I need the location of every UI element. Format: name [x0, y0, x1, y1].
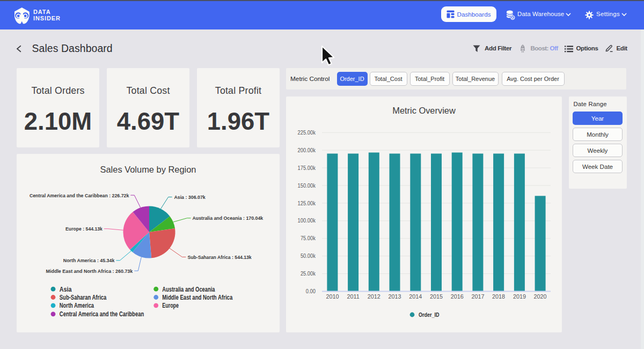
svg-text:2010: 2010 — [326, 293, 339, 300]
svg-text:2018: 2018 — [492, 293, 505, 300]
svg-text:Central America and the Caribb: Central America and the Caribbean — [60, 310, 144, 318]
svg-text:2011: 2011 — [347, 293, 359, 300]
svg-text:75.00k: 75.00k — [301, 235, 316, 241]
svg-text:Australia and Oceania : 170.04: Australia and Oceania : 170.04k — [193, 216, 264, 221]
svg-text:Central America and the Caribb: Central America and the Caribbean : 226.… — [30, 193, 129, 198]
svg-text:Asia : 306.07k: Asia : 306.07k — [174, 195, 206, 200]
svg-text:50.00k: 50.00k — [301, 253, 316, 259]
svg-text:2019: 2019 — [513, 293, 526, 300]
svg-text:2020: 2020 — [534, 293, 547, 300]
svg-text:Sub-Saharan Africa: Sub-Saharan Africa — [60, 294, 107, 301]
svg-text:Europe: Europe — [162, 302, 179, 309]
svg-text:2014: 2014 — [409, 293, 422, 300]
svg-text:North America : 45.34k: North America : 45.34k — [63, 258, 115, 263]
svg-text:2016: 2016 — [451, 293, 464, 300]
svg-text:0.00: 0.00 — [306, 288, 316, 294]
svg-text:Europe : 544.13k: Europe : 544.13k — [65, 226, 103, 232]
svg-text:Sub-Saharan Africa : 544.13k: Sub-Saharan Africa : 544.13k — [187, 255, 252, 260]
svg-text:Australia and Oceania: Australia and Oceania — [162, 286, 215, 293]
svg-text:2012: 2012 — [368, 293, 380, 300]
svg-text:100.00k: 100.00k — [298, 217, 316, 224]
svg-text:Metric Overview: Metric Overview — [392, 106, 456, 115]
svg-text:North America: North America — [60, 302, 94, 309]
svg-text:Middle East and North Africa :: Middle East and North Africa : 260.73k — [46, 269, 133, 274]
svg-text:25.00k: 25.00k — [301, 270, 316, 277]
svg-text:200.00k: 200.00k — [298, 147, 316, 153]
svg-text:2017: 2017 — [471, 293, 484, 300]
svg-text:2013: 2013 — [388, 293, 401, 300]
svg-text:150.00k: 150.00k — [298, 182, 316, 189]
svg-text:225.00k: 225.00k — [298, 129, 316, 136]
svg-text:Sales Volume by Region: Sales Volume by Region — [100, 165, 196, 174]
svg-text:175.00k: 175.00k — [298, 165, 316, 171]
svg-text:Asia: Asia — [60, 286, 72, 293]
svg-text:2015: 2015 — [430, 293, 443, 300]
svg-text:Middle East and North Africa: Middle East and North Africa — [162, 294, 232, 301]
svg-text:Order_ID: Order_ID — [419, 311, 440, 318]
svg-text:125.00k: 125.00k — [298, 200, 316, 206]
